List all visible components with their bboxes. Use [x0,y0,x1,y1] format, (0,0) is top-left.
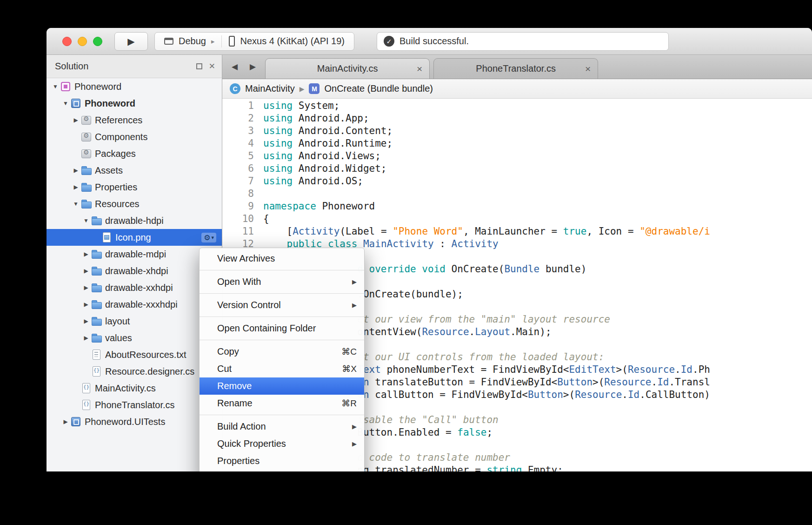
device-label[interactable]: Nexus 4 (KitKat) (API 19) [240,36,345,47]
chevron-right-icon[interactable]: ▶ [71,117,81,123]
menu-item-build-action[interactable]: Build Action▶ [200,418,364,435]
close-window-button[interactable] [62,37,72,46]
config-label[interactable]: Debug [179,36,206,47]
tree-item-drawable-hdpi[interactable]: ▼drawable-hdpi [47,212,222,229]
close-icon[interactable]: × [585,64,591,74]
chevron-right-icon[interactable]: ▶ [81,301,91,308]
code-token: { [263,213,269,224]
navigate-forward-icon[interactable]: ▶ [250,62,256,72]
gear-menu-button[interactable]: ⚙▾ [201,233,216,242]
tree-item-components[interactable]: Components [47,128,222,145]
tree-item-assets[interactable]: ▶Assets [47,162,222,179]
tree-item-properties[interactable]: ▶Properties [47,179,222,195]
tree-item-phonetranslator-cs[interactable]: PhoneTranslator.cs [47,397,222,413]
gear-icon: ⚙ [204,233,210,242]
tree-item-mainactivity-cs[interactable]: MainActivity.cs [47,380,222,397]
tree-item-layout[interactable]: ▶layout [47,313,222,330]
code-token: "Phone Word" [393,226,463,237]
chevron-right-icon[interactable]: ▶ [60,418,71,425]
tree-item-resources[interactable]: ▼Resources [47,195,222,212]
menu-item-cut[interactable]: Cut⌘X [200,360,364,377]
chevron-right-icon[interactable]: ▶ [81,268,91,274]
tree-item-phoneword[interactable]: ▼Phoneword [47,95,222,112]
menu-shortcut: ⌘X [342,363,357,374]
menu-item-properties[interactable]: Properties [200,452,364,470]
code-line: 7using Android.OS; [222,175,812,188]
navigate-back-icon[interactable]: ◀ [232,62,238,72]
chevron-down-icon[interactable]: ▼ [50,83,60,90]
tab-label: PhoneTranslator.cs [476,63,556,74]
chevron-down-icon: ▾ [211,235,214,241]
code-text: using Android.OS; [263,175,812,188]
menu-item-open-containing-folder[interactable]: Open Containing Folder [200,320,364,337]
dock-pad-icon[interactable] [196,63,202,69]
breadcrumb-class[interactable]: MainActivity [245,83,295,94]
zoom-window-button[interactable] [93,37,102,46]
tree-item-references[interactable]: ▶References [47,112,222,128]
tree-item-phoneword-uitests[interactable]: ▶Phoneword.UITests [47,413,222,430]
tree-item-label: PhoneTranslator.cs [95,400,175,411]
tree-item-drawable-xhdpi[interactable]: ▶drawable-xhdpi [47,262,222,279]
chevron-down-icon[interactable]: ▼ [81,217,91,224]
play-icon: ▶ [127,36,134,47]
code-token: OnCreate( [446,263,504,275]
breadcrumb-method[interactable]: OnCreate (Bundle bundle) [324,83,433,94]
chevron-right-icon[interactable]: ▶ [81,251,91,257]
solution-pad-title: Solution [55,61,88,72]
menu-item-version-control[interactable]: Version Control▶ [200,296,364,314]
folder-icon [81,199,92,209]
menu-item-rename[interactable]: Rename⌘R [200,395,364,412]
chevron-right-icon[interactable]: ▶ [71,167,81,174]
menu-item-open-with[interactable]: Open With▶ [200,273,364,290]
tree-item-values[interactable]: ▶values [47,330,222,346]
folder-icon [91,333,102,343]
tab-phonetranslator-cs[interactable]: PhoneTranslator.cs× [433,58,598,79]
line-number: 10 [222,213,263,225]
code-text: using Android.App; [263,112,812,125]
device-icon [229,36,235,47]
configuration-device-selector[interactable]: Debug ▸ Nexus 4 (KitKat) (API 19) [154,32,354,51]
menu-separator [200,316,364,317]
menu-item-label: Properties [217,456,260,466]
line-number: 4 [222,137,263,150]
screen: ▶ Debug ▸ Nexus 4 (KitKat) (API 19) ✓ Bu… [0,0,812,525]
close-icon[interactable]: × [417,64,422,74]
menu-item-quick-properties[interactable]: Quick Properties▶ [200,435,364,452]
tree-item-label: drawable-xxhdpi [105,283,173,293]
chevron-right-icon[interactable]: ▶ [81,284,91,291]
menu-item-view-archives[interactable]: View Archives [200,250,364,267]
code-token: Id [628,389,639,400]
code-token: callButton = FindViewById< [369,389,528,400]
chevron-right-icon[interactable]: ▶ [71,184,81,190]
code-token: .Transl [669,377,710,388]
code-token: et our view from the "main" layout resou… [357,314,610,325]
chevron-down-icon[interactable]: ▼ [71,201,81,207]
tree-item-drawable-xxxhdpi[interactable]: ▶drawable-xxxhdpi [47,296,222,313]
tree-item-phoneword[interactable]: ▼Phoneword [47,78,222,95]
tree-item-icon-png[interactable]: Icon.png⚙▾ [47,229,222,246]
menu-item-remove[interactable]: Remove [200,377,364,395]
tree-item-aboutresources-txt[interactable]: AboutResources.txt [47,346,222,363]
project-icon [71,417,81,427]
file-cs-icon [81,400,92,410]
close-pad-icon[interactable]: ✕ [209,62,215,70]
window-controls [62,37,102,46]
folder-icon [91,316,102,326]
tree-item-resource-designer-cs[interactable]: Resource.designer.cs [47,363,222,380]
line-number: 11 [222,225,263,238]
tab-mainactivity-cs[interactable]: MainActivity.cs× [265,58,430,79]
chevron-right-icon[interactable]: ▶ [81,318,91,324]
divider [221,35,222,47]
code-token: isable the "Call" button [357,414,498,425]
code-token: Id [681,364,692,375]
chevron-down-icon[interactable]: ▼ [60,100,71,107]
minimize-window-button[interactable] [78,37,87,46]
tree-item-packages[interactable]: Packages [47,145,222,162]
line-number: 9 [222,200,263,213]
tree-item-drawable-xxhdpi[interactable]: ▶drawable-xxhdpi [47,279,222,296]
chevron-right-icon[interactable]: ▶ [81,335,91,341]
code-token: >( [616,364,628,375]
tree-item-drawable-mdpi[interactable]: ▶drawable-mdpi [47,246,222,262]
menu-item-copy[interactable]: Copy⌘C [200,343,364,360]
run-button[interactable]: ▶ [114,32,148,51]
